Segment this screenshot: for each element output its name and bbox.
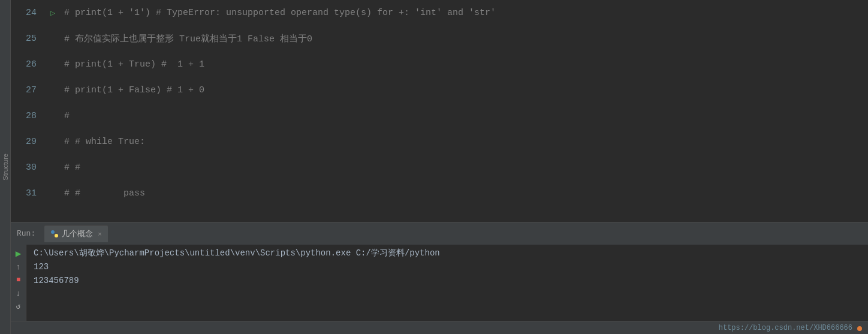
- line-content-31: # # pass: [62, 188, 868, 198]
- tab-close-icon[interactable]: ×: [98, 230, 101, 237]
- scroll-up-button[interactable]: ↑: [13, 261, 24, 272]
- svg-point-1: [55, 234, 58, 237]
- orange-dot-container: [856, 325, 862, 331]
- line-number-26: 26: [11, 59, 44, 70]
- code-line-28: 28 #: [11, 103, 868, 129]
- play-button[interactable]: ▶: [13, 248, 24, 259]
- scroll-down-button[interactable]: ↓: [13, 288, 24, 299]
- line-content-25: # 布尔值实际上也属于整形 True就相当于1 False 相当于0: [62, 33, 868, 44]
- structure-sidebar: Structure: [0, 0, 11, 334]
- line-number-25: 25: [11, 34, 44, 44]
- run-label: Run:: [17, 229, 38, 238]
- main-wrapper: Structure 24 ▷ # print(1 + '1') # TypeEr…: [0, 0, 868, 334]
- status-link: https://blog.csdn.net/XHD666666: [719, 324, 852, 332]
- code-line-24: 24 ▷ # print(1 + '1') # TypeError: unsup…: [11, 0, 868, 26]
- code-line-31: 31 # # pass: [11, 180, 868, 206]
- output-line-2: 123: [34, 261, 861, 273]
- line-number-24: 24: [11, 8, 44, 18]
- svg-point-0: [51, 230, 55, 234]
- line-content-27: # print(1 + False) # 1 + 0: [62, 85, 868, 95]
- panel-bottom-bar: https://blog.csdn.net/XHD666666: [11, 321, 868, 334]
- code-line-30: 30 # #: [11, 155, 868, 180]
- code-line-29: 29 # # while True:: [11, 129, 868, 155]
- rerun-button[interactable]: ↺: [13, 301, 24, 312]
- line-number-29: 29: [11, 137, 44, 147]
- panel-tabs-bar: Run: 几个概念 ×: [11, 222, 868, 245]
- orange-dot-indicator: [857, 326, 862, 331]
- panel-output-area: C:\Users\胡敬烨\PycharmProjects\untitled\ve…: [26, 245, 868, 321]
- output-line-1: C:\Users\胡敬烨\PycharmProjects\untitled\ve…: [34, 247, 861, 260]
- line-number-28: 28: [11, 111, 44, 121]
- stop-button[interactable]: ■: [13, 275, 24, 285]
- run-tab[interactable]: 几个概念 ×: [44, 225, 107, 242]
- line-number-30: 30: [11, 163, 44, 173]
- panel-content: ▶ ↑ ■ ↓ ↺ C:\Users\胡敬烨\PycharmProjects\u…: [11, 245, 868, 321]
- line-content-28: #: [62, 111, 868, 121]
- line-number-27: 27: [11, 85, 44, 95]
- bottom-panel: Run: 几个概念 × ▶ ↑ ■ ↓: [11, 222, 868, 334]
- line-gutter-24: ▷: [44, 8, 62, 18]
- tab-name: 几个概念: [62, 228, 93, 239]
- panel-controls: ▶ ↑ ■ ↓ ↺: [11, 245, 26, 321]
- code-line-25: 25 # 布尔值实际上也属于整形 True就相当于1 False 相当于0: [11, 26, 868, 52]
- line-content-30: # #: [62, 163, 868, 173]
- structure-label: Structure: [2, 154, 9, 180]
- line-content-24: # print(1 + '1') # TypeError: unsupporte…: [62, 8, 868, 18]
- line-content-26: # print(1 + True) # 1 + 1: [62, 59, 868, 70]
- code-line-27: 27 # print(1 + False) # 1 + 0: [11, 77, 868, 103]
- content-area: 24 ▷ # print(1 + '1') # TypeError: unsup…: [11, 0, 868, 334]
- line-number-31: 31: [11, 188, 44, 198]
- editor-area: 24 ▷ # print(1 + '1') # TypeError: unsup…: [11, 0, 868, 222]
- python-icon: [50, 230, 59, 238]
- breakpoint-icon-24: ▷: [50, 8, 55, 18]
- code-line-26: 26 # print(1 + True) # 1 + 1: [11, 52, 868, 77]
- output-line-3: 123456789: [34, 275, 861, 287]
- line-content-29: # # while True:: [62, 137, 868, 147]
